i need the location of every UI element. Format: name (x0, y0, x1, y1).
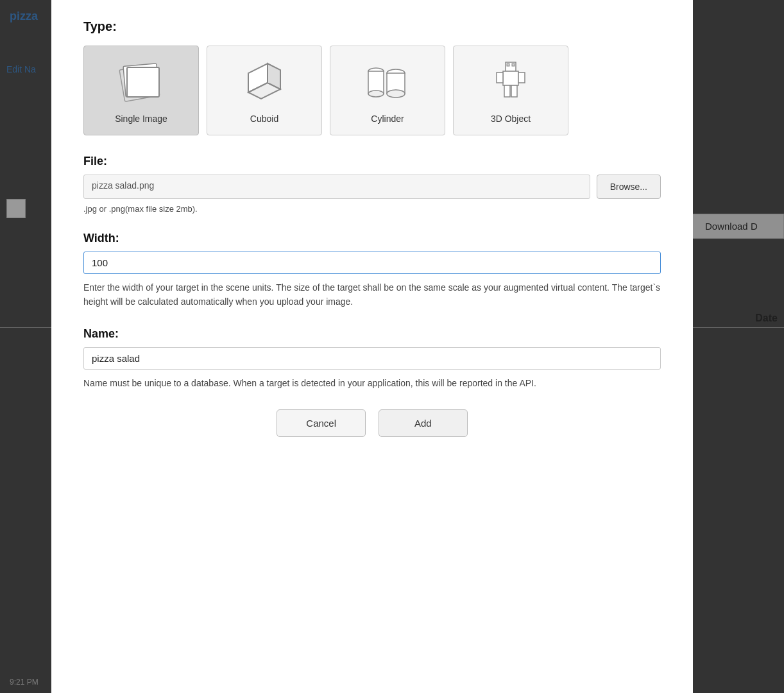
type-card-label-single-image: Single Image (115, 114, 167, 124)
single-image-icon (115, 57, 167, 108)
file-section-label: File: (83, 155, 661, 168)
type-card-label-cylinder: Cylinder (371, 114, 404, 124)
file-section: File: pizza salad.png Browse... .jpg or … (83, 155, 661, 214)
name-input[interactable] (83, 347, 661, 370)
svg-rect-18 (507, 64, 509, 66)
modal-dialog: Type: Single Image Cuboid (51, 0, 693, 693)
type-grid: Single Image Cuboid (83, 46, 661, 135)
type-section: Type: Single Image Cuboid (83, 19, 661, 135)
width-section: Width: Enter the width of your target in… (83, 232, 661, 309)
cuboid-icon (239, 57, 290, 108)
type-card-label-3d-object: 3D Object (491, 114, 531, 124)
width-input[interactable] (83, 252, 661, 274)
modal-footer: Cancel Add (83, 409, 661, 450)
type-card-3d-object[interactable]: 3D Object (453, 46, 568, 135)
svg-rect-19 (512, 64, 515, 66)
svg-rect-14 (497, 73, 503, 83)
width-label: Width: (83, 232, 661, 245)
svg-rect-16 (504, 85, 510, 97)
3d-object-icon (485, 57, 536, 108)
name-section: Name: Name must be unique to a database.… (83, 327, 661, 390)
type-section-title: Type: (83, 19, 661, 34)
svg-point-11 (387, 90, 405, 98)
browse-button[interactable]: Browse... (597, 175, 661, 199)
type-card-cuboid[interactable]: Cuboid (207, 46, 322, 135)
cylinder-icon (362, 57, 413, 108)
svg-rect-13 (503, 71, 518, 85)
cancel-button[interactable]: Cancel (277, 409, 366, 437)
svg-rect-17 (511, 85, 517, 97)
type-card-single-image[interactable]: Single Image (83, 46, 199, 135)
svg-rect-15 (518, 73, 525, 83)
name-description: Name must be unique to a database. When … (83, 376, 661, 390)
type-card-label-cuboid: Cuboid (250, 114, 278, 124)
type-card-cylinder[interactable]: Cylinder (330, 46, 445, 135)
name-label: Name: (83, 327, 661, 341)
file-input-display: pizza salad.png (83, 175, 590, 199)
file-hint: .jpg or .png(max file size 2mb). (83, 204, 661, 214)
add-button[interactable]: Add (379, 409, 468, 437)
svg-rect-2 (127, 67, 159, 97)
file-row: pizza salad.png Browse... (83, 175, 661, 199)
width-description: Enter the width of your target in the sc… (83, 280, 661, 309)
svg-point-8 (368, 90, 384, 97)
